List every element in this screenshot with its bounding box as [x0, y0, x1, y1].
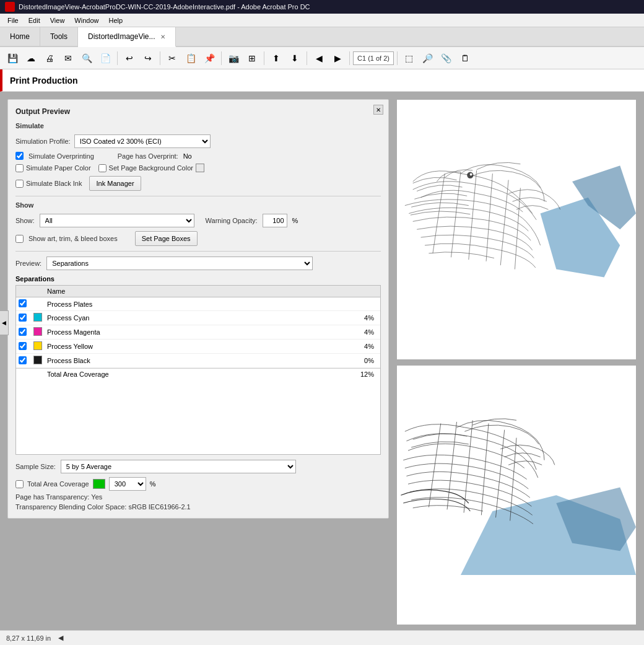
sep-header-check — [19, 287, 33, 295]
status-bar: 8,27 x 11,69 in ◀ — [0, 630, 644, 645]
simulate-paper-color-label: Simulate Paper Color — [26, 164, 91, 172]
toolbar-zoom-btn[interactable]: 🔎 — [419, 50, 437, 67]
toolbar-print-btn[interactable]: 🖨 — [41, 50, 58, 67]
show-dropdown[interactable]: AllCyanMagentaYellowBlack — [40, 214, 194, 227]
page-has-overprint-label: Page has Overprint: — [118, 152, 178, 160]
toolbar-copy-btn[interactable]: 📋 — [182, 50, 199, 67]
toolbar-sep-2 — [160, 51, 160, 65]
simulate-paper-color-checkbox[interactable] — [15, 164, 24, 172]
sep-check-yellow[interactable] — [19, 342, 27, 350]
output-preview-panel: ✕ Output Preview Simulate Simulation Pro… — [0, 92, 396, 630]
menu-window[interactable]: Window — [69, 15, 103, 25]
separations-section: Separations Name Process Plates — [15, 275, 381, 455]
tab-tools[interactable]: Tools — [40, 27, 78, 46]
toolbar-search-btn[interactable]: 🔍 — [78, 50, 95, 67]
show-art-trim-checkbox[interactable] — [15, 235, 24, 243]
preview-image-bottom — [396, 365, 637, 626]
toolbar-attach-btn[interactable]: 📎 — [438, 50, 455, 67]
sample-size-label: Sample Size: — [15, 463, 56, 470]
sep-header-name: Name — [47, 287, 347, 295]
toolbar-marquee-btn[interactable]: ⬚ — [401, 50, 418, 67]
toolbar-combine-btn[interactable]: ⊞ — [243, 50, 261, 67]
sep-header: Name — [16, 286, 380, 297]
tab-close-icon[interactable]: ✕ — [160, 33, 165, 40]
menu-help[interactable]: Help — [103, 15, 128, 25]
warning-opacity-unit: % — [292, 217, 298, 224]
tab-home[interactable]: Home — [0, 27, 40, 46]
sep-row-cyan: Process Cyan 4% — [16, 311, 380, 325]
tac-label: Total Area Coverage — [27, 480, 89, 488]
tac-checkbox[interactable] — [15, 480, 24, 488]
toolbar-snapshot-btn[interactable]: 📷 — [225, 50, 242, 67]
toolbar-prev-btn[interactable]: ⬆ — [268, 50, 285, 67]
transparency-blending-label: Transparency Blending Color Space: — [15, 503, 126, 511]
set-page-background-checkbox[interactable] — [98, 164, 107, 172]
set-page-boxes-button[interactable]: Set Page Boxes — [135, 231, 198, 246]
toolbar-undo-btn[interactable]: ↩ — [121, 50, 138, 67]
divider-1 — [15, 196, 381, 196]
simulate-overprinting-checkbox[interactable] — [15, 152, 24, 160]
sep-row-total: Total Area Coverage 12% — [16, 368, 380, 380]
separations-table: Name Process Plates Process Cy — [15, 285, 381, 455]
panel-collapse-arrow[interactable]: ◀ — [0, 310, 9, 335]
svg-point-10 — [470, 173, 472, 176]
set-page-background-label: Set Page Background Color — [109, 164, 193, 172]
sep-pct-yellow: 4% — [347, 343, 378, 350]
toolbar-mail-btn[interactable]: ✉ — [59, 50, 77, 67]
toolbar: 💾 ☁ 🖨 ✉ 🔍 📄 ↩ ↪ ✂ 📋 📌 📷 ⊞ ⬆ ⬇ ◀ ▶ C1 (1 … — [0, 47, 644, 69]
toolbar-save-btn[interactable]: 💾 — [4, 50, 21, 67]
sep-check-black[interactable] — [19, 356, 27, 364]
page-background-swatch[interactable] — [196, 164, 204, 172]
sep-color-yellow — [33, 341, 42, 350]
simulate-overprinting-row: Simulate Overprinting Page has Overprint… — [15, 152, 381, 160]
page-has-overprint-value: No — [183, 152, 192, 160]
sep-check-cyan[interactable] — [19, 314, 27, 322]
warning-opacity-label: Warning Opacity: — [206, 217, 258, 224]
artwork-top — [397, 100, 636, 359]
show-section-label: Show — [15, 201, 381, 209]
preview-label: Preview: — [15, 260, 41, 267]
toolbar-paste-btn[interactable]: 📌 — [201, 50, 218, 67]
toolbar-redo-btn[interactable]: ↪ — [139, 50, 157, 67]
tac-color-swatch[interactable] — [93, 479, 105, 489]
tac-row: Total Area Coverage 300 % — [15, 477, 381, 491]
toolbar-prevview-btn[interactable]: ◀ — [310, 50, 328, 67]
sep-pct-magenta: 4% — [347, 328, 378, 336]
page-transparency-row: Page has Transparency: Yes — [15, 493, 381, 501]
toolbar-page-btn[interactable]: 🗒 — [456, 50, 474, 67]
transparency-blending-row: Transparency Blending Color Space: sRGB … — [15, 503, 381, 511]
panel-close-button[interactable]: ✕ — [373, 105, 383, 115]
toolbar-sep-1 — [117, 51, 118, 65]
simulate-section-label: Simulate — [15, 122, 381, 129]
simulate-overprinting-label: Simulate Overprinting — [28, 152, 94, 160]
simulation-profile-dropdown[interactable]: ISO Coated v2 300% (ECI) — [74, 134, 211, 148]
show-art-trim-label: Show art, trim, & bleed boxes — [28, 235, 118, 242]
toolbar-share-btn[interactable]: ☁ — [22, 50, 40, 67]
divider-2 — [15, 251, 381, 252]
menu-file[interactable]: File — [2, 15, 24, 25]
toolbar-scan-btn[interactable]: 📄 — [97, 50, 114, 67]
toolbar-sep-5 — [307, 51, 307, 65]
toolbar-next-btn[interactable]: ⬇ — [286, 50, 303, 67]
toolbar-sep-6 — [349, 51, 350, 65]
ink-manager-button[interactable]: Ink Manager — [89, 176, 141, 191]
page-dimensions: 8,27 x 11,69 in — [6, 634, 51, 642]
sep-check-process-plates[interactable] — [19, 299, 27, 307]
simulation-profile-label: Simulation Profile: — [15, 138, 71, 145]
tac-unit: % — [150, 480, 156, 488]
warning-opacity-input[interactable] — [263, 214, 287, 227]
artwork-bottom — [397, 366, 636, 625]
sample-size-dropdown[interactable]: Point Sample3 by 3 Average5 by 5 Average — [61, 460, 296, 473]
toolbar-nextview-btn[interactable]: ▶ — [329, 50, 346, 67]
menu-view[interactable]: View — [45, 15, 70, 25]
toolbar-cut-btn[interactable]: ✂ — [163, 50, 181, 67]
sep-check-magenta[interactable] — [19, 328, 27, 336]
toolbar-sep-7 — [397, 51, 398, 65]
tab-document[interactable]: DistortedImageVie... ✕ — [78, 27, 176, 47]
toolbar-sep-3 — [221, 51, 222, 65]
preview-dropdown[interactable]: SeparationsColor WarningsOutput Preview — [46, 257, 313, 270]
simulate-black-ink-label: Simulate Black Ink — [26, 180, 82, 187]
menu-edit[interactable]: Edit — [24, 15, 45, 25]
simulate-black-ink-checkbox[interactable] — [15, 180, 24, 188]
tac-value-input[interactable]: 300 — [109, 477, 146, 491]
